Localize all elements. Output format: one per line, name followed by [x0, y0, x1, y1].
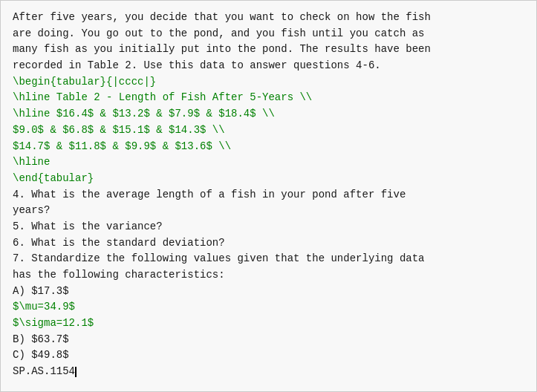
content-area: After five years, you decide that you wa…	[13, 10, 524, 380]
line-3: recorded in Table 2. Use this data to an…	[13, 58, 524, 74]
text-cursor	[75, 367, 77, 377]
line-5: \hline Table 2 - Length of Fish After 5-…	[13, 90, 524, 106]
line-6: \hline $16.4$ & $13.2$ & $7.9$ & $18.4$ …	[13, 106, 524, 122]
line-16: has the following characteristics:	[13, 267, 524, 284]
line-9: \hline	[13, 154, 524, 171]
line-22: SP.AS.1154	[13, 364, 524, 380]
line-1: are doing. You go out to the pond, and y…	[13, 26, 524, 42]
line-13: 5. What is the variance?	[13, 219, 524, 235]
line-11: 4. What is the average length of a fish …	[13, 187, 524, 203]
line-12: years?	[13, 203, 524, 219]
line-8: $14.7$ & $11.8$ & $9.9$ & $13.6$ \\	[13, 139, 524, 155]
line-15: 7. Standardize the following values give…	[13, 251, 524, 267]
line-14: 6. What is the standard deviation?	[13, 235, 524, 252]
editor-container: After five years, you decide that you wa…	[0, 0, 537, 392]
line-17: A) $17.3$	[13, 284, 524, 300]
line-4: \begin{tabular}{|cccc|}	[13, 74, 524, 91]
line-2: many fish as you initially put into the …	[13, 42, 524, 58]
line-10: \end{tabular}	[13, 171, 524, 187]
line-19: $\sigma=12.1$	[13, 316, 524, 332]
line-20: B) $63.7$	[13, 332, 524, 348]
line-18: $\mu=34.9$	[13, 299, 524, 316]
line-0: After five years, you decide that you wa…	[13, 10, 524, 26]
line-21: C) $49.8$	[13, 347, 524, 364]
line-7: $9.0$ & $6.8$ & $15.1$ & $14.3$ \\	[13, 122, 524, 139]
